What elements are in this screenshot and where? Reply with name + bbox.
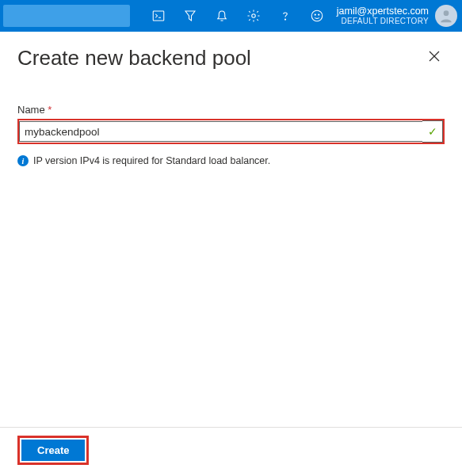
create-backend-pool-panel: Create new backend pool Name * ✓ i IP ve… xyxy=(0,32,462,476)
notifications-icon[interactable] xyxy=(206,0,238,32)
settings-icon[interactable] xyxy=(238,0,269,32)
close-icon[interactable] xyxy=(424,46,445,69)
feedback-icon[interactable] xyxy=(301,0,333,32)
name-input-highlight: ✓ xyxy=(17,119,445,144)
create-button[interactable]: Create xyxy=(21,440,85,461)
directory-label: DEFAULT DIRECTORY xyxy=(337,17,429,25)
svg-point-9 xyxy=(444,10,449,16)
svg-point-7 xyxy=(315,14,315,15)
info-text: IP version IPv4 is required for Standard… xyxy=(33,155,270,166)
svg-marker-2 xyxy=(185,11,195,21)
help-icon[interactable] xyxy=(269,0,301,32)
panel-footer: Create xyxy=(0,427,462,476)
global-search-input[interactable] xyxy=(3,5,130,27)
info-icon: i xyxy=(17,155,29,166)
svg-point-4 xyxy=(252,14,256,18)
name-input[interactable] xyxy=(19,121,422,142)
account-menu[interactable]: jamil@xpertstec.com DEFAULT DIRECTORY xyxy=(337,5,462,27)
name-label: Name * xyxy=(17,104,445,116)
create-button-highlight: Create xyxy=(17,436,89,465)
top-nav-bar: jamil@xpertstec.com DEFAULT DIRECTORY xyxy=(0,0,462,32)
name-field-group: Name * ✓ xyxy=(17,104,445,144)
check-icon: ✓ xyxy=(422,120,443,143)
svg-point-8 xyxy=(319,14,319,15)
svg-rect-0 xyxy=(153,11,164,21)
directory-filter-icon[interactable] xyxy=(174,0,206,32)
svg-point-6 xyxy=(311,10,323,21)
user-email: jamil@xpertstec.com xyxy=(337,6,429,17)
avatar xyxy=(435,5,457,27)
panel-title: Create new backend pool xyxy=(17,46,251,70)
svg-point-5 xyxy=(284,19,285,20)
cloud-shell-icon[interactable] xyxy=(143,0,174,32)
topbar-icon-group xyxy=(143,0,333,32)
info-message: i IP version IPv4 is required for Standa… xyxy=(17,155,445,166)
